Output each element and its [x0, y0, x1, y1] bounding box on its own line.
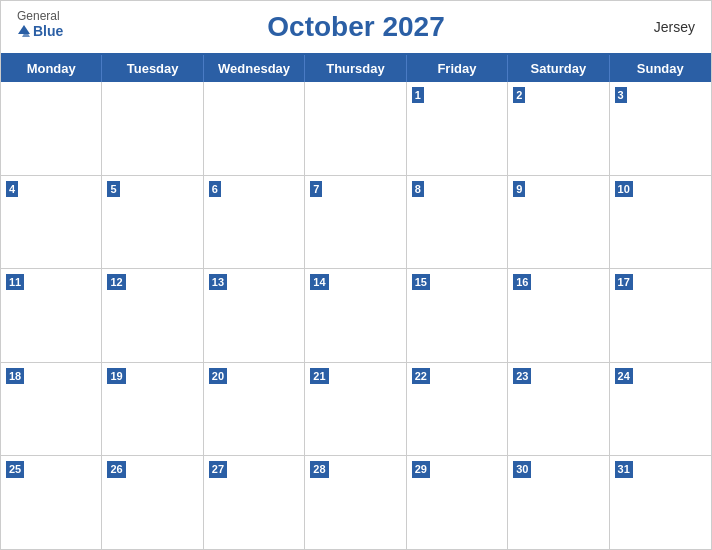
day-cell-3-3: 21 [305, 363, 406, 456]
day-number-26: 26 [107, 461, 125, 477]
day-number-19: 19 [107, 368, 125, 384]
day-cell-4-5: 30 [508, 456, 609, 549]
day-cell-1-4: 8 [407, 176, 508, 269]
day-cell-1-6: 10 [610, 176, 711, 269]
day-number-4: 4 [6, 181, 18, 197]
day-number-24: 24 [615, 368, 633, 384]
day-cell-4-2: 27 [204, 456, 305, 549]
day-number-15: 15 [412, 274, 430, 290]
day-number-30: 30 [513, 461, 531, 477]
day-number-7: 7 [310, 181, 322, 197]
day-cell-3-0: 18 [1, 363, 102, 456]
day-cell-3-1: 19 [102, 363, 203, 456]
day-cell-2-1: 12 [102, 269, 203, 362]
day-number-29: 29 [412, 461, 430, 477]
day-cell-2-6: 17 [610, 269, 711, 362]
week-row-1: 123 [1, 82, 711, 176]
day-cell-2-3: 14 [305, 269, 406, 362]
day-number-21: 21 [310, 368, 328, 384]
day-number-14: 14 [310, 274, 328, 290]
day-cell-0-6: 3 [610, 82, 711, 175]
logo-blue: Blue [17, 23, 63, 39]
calendar-container: General Blue October 2027 Jersey Monday … [0, 0, 712, 550]
day-cell-4-6: 31 [610, 456, 711, 549]
day-number-23: 23 [513, 368, 531, 384]
week-row-5: 25262728293031 [1, 456, 711, 549]
day-number-31: 31 [615, 461, 633, 477]
day-cell-4-4: 29 [407, 456, 508, 549]
day-number-27: 27 [209, 461, 227, 477]
day-number-25: 25 [6, 461, 24, 477]
day-cell-0-2 [204, 82, 305, 175]
logo-blue-text: Blue [33, 23, 63, 39]
day-cell-1-2: 6 [204, 176, 305, 269]
calendar-title: October 2027 [267, 11, 444, 43]
header-tuesday: Tuesday [102, 55, 203, 82]
day-cell-0-1 [102, 82, 203, 175]
logo-icon [17, 24, 31, 38]
header-monday: Monday [1, 55, 102, 82]
day-cell-2-0: 11 [1, 269, 102, 362]
weeks-container: 1234567891011121314151617181920212223242… [1, 82, 711, 549]
day-cell-1-5: 9 [508, 176, 609, 269]
day-number-6: 6 [209, 181, 221, 197]
day-number-8: 8 [412, 181, 424, 197]
day-cell-3-2: 20 [204, 363, 305, 456]
day-number-1: 1 [412, 87, 424, 103]
svg-marker-0 [18, 25, 30, 34]
day-number-16: 16 [513, 274, 531, 290]
calendar-grid: Monday Tuesday Wednesday Thursday Friday… [1, 53, 711, 549]
day-cell-0-3 [305, 82, 406, 175]
day-cell-2-5: 16 [508, 269, 609, 362]
week-row-3: 11121314151617 [1, 269, 711, 363]
header-friday: Friday [407, 55, 508, 82]
day-cell-1-3: 7 [305, 176, 406, 269]
day-number-18: 18 [6, 368, 24, 384]
day-headers: Monday Tuesday Wednesday Thursday Friday… [1, 55, 711, 82]
day-cell-1-0: 4 [1, 176, 102, 269]
day-cell-4-3: 28 [305, 456, 406, 549]
day-number-17: 17 [615, 274, 633, 290]
header-sunday: Sunday [610, 55, 711, 82]
day-cell-0-5: 2 [508, 82, 609, 175]
day-number-28: 28 [310, 461, 328, 477]
day-number-11: 11 [6, 274, 24, 290]
day-number-2: 2 [513, 87, 525, 103]
week-row-2: 45678910 [1, 176, 711, 270]
logo-general: General [17, 9, 60, 23]
day-cell-3-5: 23 [508, 363, 609, 456]
day-number-9: 9 [513, 181, 525, 197]
day-number-3: 3 [615, 87, 627, 103]
header-saturday: Saturday [508, 55, 609, 82]
day-cell-0-0 [1, 82, 102, 175]
day-number-13: 13 [209, 274, 227, 290]
day-cell-3-4: 22 [407, 363, 508, 456]
header-thursday: Thursday [305, 55, 406, 82]
day-number-20: 20 [209, 368, 227, 384]
region-label: Jersey [654, 19, 695, 35]
logo-area: General Blue [17, 9, 63, 39]
day-number-5: 5 [107, 181, 119, 197]
day-cell-3-6: 24 [610, 363, 711, 456]
day-number-10: 10 [615, 181, 633, 197]
day-cell-0-4: 1 [407, 82, 508, 175]
calendar-header: General Blue October 2027 Jersey [1, 1, 711, 53]
day-cell-2-2: 13 [204, 269, 305, 362]
day-cell-4-1: 26 [102, 456, 203, 549]
day-number-22: 22 [412, 368, 430, 384]
day-cell-1-1: 5 [102, 176, 203, 269]
day-cell-4-0: 25 [1, 456, 102, 549]
header-wednesday: Wednesday [204, 55, 305, 82]
day-cell-2-4: 15 [407, 269, 508, 362]
week-row-4: 18192021222324 [1, 363, 711, 457]
day-number-12: 12 [107, 274, 125, 290]
